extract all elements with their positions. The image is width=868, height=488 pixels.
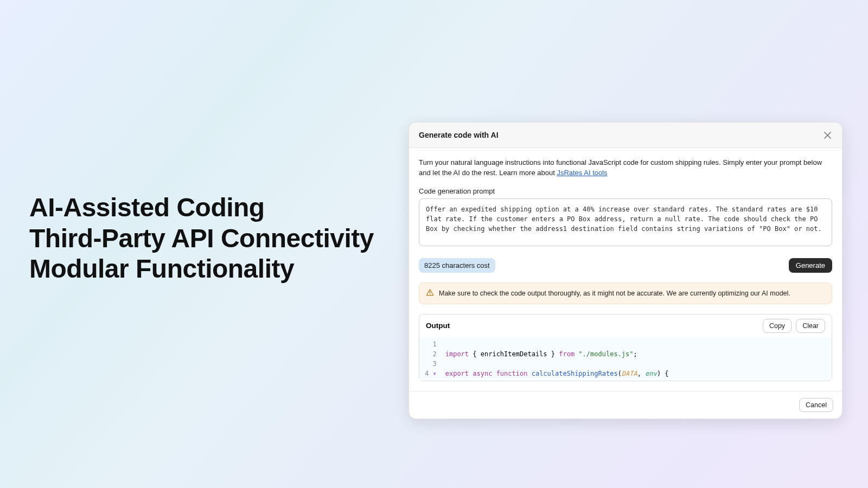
generate-code-modal: Generate code with AI Turn your natural …: [409, 122, 843, 419]
cost-badge: 8225 characters cost: [419, 258, 495, 273]
output-section: Output Copy Clear 1 2 3 4 ▾ import { enr…: [419, 314, 832, 381]
code-line: export async function calculateShippingR…: [445, 369, 827, 378]
line-number: 3: [425, 359, 437, 369]
code-editor[interactable]: 1 2 3 4 ▾ import { enrichItemDetails } f…: [419, 337, 832, 381]
modal-title: Generate code with AI: [419, 131, 499, 139]
accuracy-alert: Make sure to check the code output thoro…: [419, 282, 832, 304]
fold-caret-icon[interactable]: ▾: [432, 370, 436, 377]
generate-button[interactable]: Generate: [789, 258, 832, 273]
code-line: import { enrichItemDetails } from "./mod…: [445, 349, 827, 359]
output-header: Output Copy Clear: [419, 314, 832, 337]
alert-text: Make sure to check the code output thoro…: [439, 290, 790, 297]
hero-headline: AI-Assisted Coding Third-Party API Conne…: [29, 192, 374, 285]
ai-tools-link[interactable]: JsRates AI tools: [557, 169, 607, 177]
line-number: 2: [425, 349, 437, 359]
output-title: Output: [426, 322, 450, 330]
cost-row: 8225 characters cost Generate: [419, 258, 832, 273]
line-number: 4 ▾: [425, 369, 437, 378]
modal-body: Turn your natural language instructions …: [409, 148, 842, 391]
output-actions: Copy Clear: [763, 319, 825, 333]
prompt-input[interactable]: [419, 198, 832, 246]
code-lines: import { enrichItemDetails } from "./mod…: [441, 337, 832, 381]
description-text: Turn your natural language instructions …: [419, 158, 822, 177]
hero-line-1: AI-Assisted Coding: [29, 192, 374, 223]
code-line: [445, 359, 827, 369]
hero-line-2: Third-Party API Connectivity: [29, 223, 374, 254]
modal-header: Generate code with AI: [409, 123, 842, 148]
prompt-label: Code generation prompt: [419, 187, 832, 195]
copy-button[interactable]: Copy: [763, 319, 792, 333]
hero-line-3: Modular Functionality: [29, 254, 374, 285]
line-number: 1: [425, 339, 437, 349]
modal-footer: Cancel: [409, 391, 842, 419]
code-line: [445, 339, 827, 349]
svg-point-1: [430, 294, 430, 294]
warning-icon: [426, 288, 434, 298]
close-icon: [824, 132, 831, 139]
close-button[interactable]: [822, 130, 832, 140]
clear-button[interactable]: Clear: [796, 319, 825, 333]
line-gutter: 1 2 3 4 ▾: [419, 337, 441, 381]
modal-description: Turn your natural language instructions …: [419, 158, 832, 178]
cancel-button[interactable]: Cancel: [799, 398, 833, 412]
